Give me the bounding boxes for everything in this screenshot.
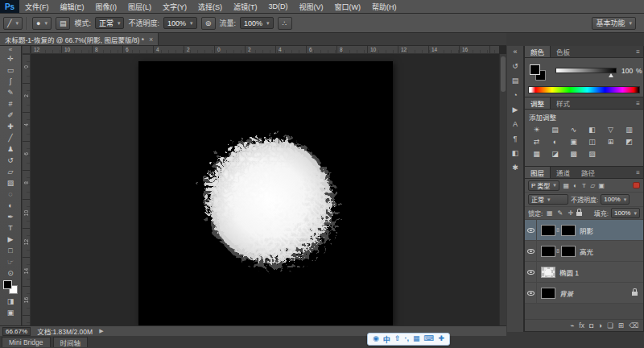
toggle-brush-panel-button[interactable]: ▤: [56, 17, 71, 30]
ime-keyboard-icon[interactable]: ⌨: [423, 334, 434, 345]
history-brush-tool[interactable]: ↺: [0, 155, 22, 166]
tool-preset-picker[interactable]: ╱: [3, 17, 23, 30]
ime-shift-icon[interactable]: ⇧: [394, 334, 401, 345]
curves-icon[interactable]: ∿: [564, 123, 583, 135]
layer-thumbnail[interactable]: [541, 246, 555, 257]
color-lookup-icon[interactable]: ⊞: [601, 135, 620, 147]
brush-preset-picker[interactable]: ●: [32, 17, 52, 30]
layer-style-icon[interactable]: fx: [579, 321, 584, 329]
quick-mask-icon[interactable]: ◨: [0, 296, 22, 307]
new-layer-icon[interactable]: ⊞: [618, 321, 624, 329]
menu-item[interactable]: 帮助(H): [366, 0, 402, 13]
collapse-toolbox-icon[interactable]: «: [9, 46, 12, 53]
zoom-level-field[interactable]: 66.67%: [2, 327, 31, 336]
hue-saturation-icon[interactable]: ▥: [620, 123, 638, 135]
ime-settings-icon[interactable]: ✚: [438, 334, 444, 345]
opacity-select[interactable]: 100%: [163, 17, 197, 29]
history-icon[interactable]: ↺: [512, 62, 518, 71]
layer-row[interactable]: 椭圆 1: [525, 262, 643, 283]
document-canvas[interactable]: [138, 61, 393, 325]
photo-filter-icon[interactable]: ▣: [564, 135, 583, 147]
layer-visibility-toggle[interactable]: [525, 283, 537, 303]
lock-all-icon[interactable]: [576, 209, 582, 218]
vibrance-icon[interactable]: ▽: [601, 123, 620, 135]
bottom-panel-tab[interactable]: 时间轴: [53, 337, 89, 347]
move-tool[interactable]: ✛: [0, 53, 22, 64]
brush-tool[interactable]: ╱: [0, 132, 22, 143]
smart-object-filter-icon[interactable]: ▣: [597, 182, 606, 189]
layer-blend-mode-select[interactable]: 正常: [528, 194, 568, 205]
zoom-tool[interactable]: ⊙: [0, 267, 22, 279]
layer-visibility-toggle[interactable]: [525, 220, 537, 240]
layer-mask-thumbnail[interactable]: [561, 246, 576, 257]
rectangular-marquee-tool[interactable]: ▭: [0, 64, 22, 76]
selective-color-icon[interactable]: ▨: [583, 147, 601, 160]
blend-mode-select[interactable]: 正常: [95, 17, 125, 29]
slider-handle[interactable]: [609, 73, 613, 77]
tab-adjustments[interactable]: 调整: [525, 97, 551, 109]
masks-icon[interactable]: ◧: [512, 149, 519, 158]
panel-menu-icon[interactable]: ≡: [633, 167, 643, 178]
quick-selection-tool[interactable]: ✎: [0, 87, 22, 98]
eyedropper-tool[interactable]: ✐: [0, 110, 22, 121]
layer-row[interactable]: 8阴影: [525, 220, 643, 241]
menu-item[interactable]: 图层(L): [122, 0, 157, 13]
black-white-icon[interactable]: ◐: [546, 135, 564, 147]
exposure-icon[interactable]: ◧: [583, 123, 601, 135]
layer-filter-toggle[interactable]: [633, 182, 640, 188]
layer-fill-select[interactable]: 100%: [611, 208, 640, 218]
menu-item[interactable]: 滤镜(T): [228, 0, 263, 13]
layer-filter-select[interactable]: P 类型: [528, 180, 559, 191]
path-selection-tool[interactable]: ▶: [0, 234, 22, 245]
posterize-icon[interactable]: ▦: [527, 147, 546, 160]
layer-thumbnail[interactable]: [541, 267, 555, 278]
menu-item[interactable]: 编辑(E): [55, 0, 90, 13]
character-icon[interactable]: A: [513, 120, 518, 129]
menu-item[interactable]: 3D(D): [263, 0, 294, 13]
lock-transparency-icon[interactable]: ▦: [545, 209, 554, 217]
foreground-color-well[interactable]: [530, 64, 540, 75]
close-tab-icon[interactable]: ×: [149, 35, 153, 44]
clone-source-icon[interactable]: ✱: [512, 164, 518, 172]
layer-mask-thumbnail[interactable]: [561, 225, 576, 236]
clone-stamp-tool[interactable]: ♟: [0, 143, 22, 155]
pixel-layer-filter-icon[interactable]: ▦: [562, 182, 571, 189]
foreground-color-swatch[interactable]: [3, 280, 12, 289]
layer-visibility-toggle[interactable]: [525, 262, 537, 282]
ime-emoji-icon[interactable]: ▦: [413, 334, 420, 345]
tab-styles[interactable]: 样式: [551, 97, 576, 109]
gradient-tool[interactable]: ▨: [0, 177, 22, 188]
healing-brush-tool[interactable]: ✚: [0, 121, 22, 132]
shape-tool[interactable]: □: [0, 245, 22, 256]
lock-position-icon[interactable]: ✛: [566, 209, 575, 217]
adjustment-layer-filter-icon[interactable]: ◐: [571, 182, 580, 189]
dodge-tool[interactable]: ◐: [0, 200, 22, 211]
add-mask-icon[interactable]: ◘: [589, 321, 593, 329]
new-group-icon[interactable]: ❏: [607, 321, 613, 329]
tab-paths[interactable]: 路径: [576, 167, 601, 178]
foreground-background-swatches[interactable]: [2, 280, 19, 294]
invert-icon[interactable]: ◩: [620, 135, 638, 147]
menu-item[interactable]: 文件(F): [19, 0, 55, 13]
properties-icon[interactable]: ▤: [512, 77, 519, 85]
ime-punctuation-icon[interactable]: ·,: [404, 334, 409, 345]
crop-tool[interactable]: #: [0, 98, 22, 110]
pressure-opacity-button[interactable]: ⊚: [201, 17, 216, 30]
paragraph-icon[interactable]: ¶: [514, 135, 518, 143]
menu-item[interactable]: 视图(V): [294, 0, 329, 13]
adjustment-layer-icon[interactable]: ◑: [598, 321, 602, 329]
levels-icon[interactable]: ▤: [546, 123, 564, 135]
vertical-scrollbar[interactable]: [499, 54, 506, 325]
layer-thumbnail[interactable]: [541, 288, 555, 299]
menu-item[interactable]: 窗口(W): [329, 0, 367, 13]
type-tool[interactable]: T: [0, 222, 22, 234]
ime-logo-icon[interactable]: ◉: [373, 334, 379, 345]
layer-thumbnail[interactable]: [541, 225, 555, 236]
menu-item[interactable]: 文字(Y): [157, 0, 192, 13]
bottom-panel-tab[interactable]: Mini Bridge: [2, 337, 51, 347]
hand-tool[interactable]: ☞: [0, 256, 22, 267]
layer-visibility-toggle[interactable]: [525, 241, 537, 261]
canvas-workspace[interactable]: 121086420246810121416 0246810121416: [23, 46, 506, 325]
panel-menu-icon[interactable]: ≡: [633, 97, 643, 109]
layer-opacity-select[interactable]: 100%: [601, 194, 630, 205]
